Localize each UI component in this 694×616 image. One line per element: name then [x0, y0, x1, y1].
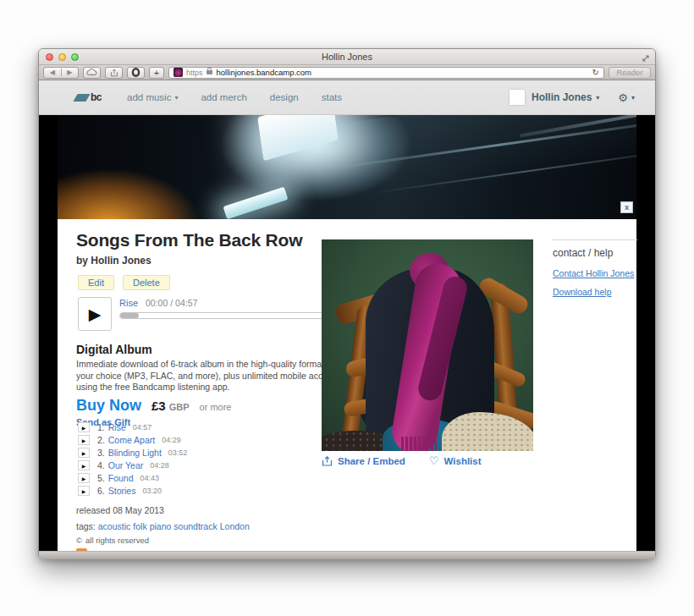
- user-name-label: Hollin Jones: [532, 91, 592, 103]
- bandcamp-logo-text: bc: [91, 91, 102, 103]
- minimize-window-button[interactable]: [58, 53, 66, 61]
- currency-label: GBP: [169, 402, 190, 412]
- contact-link[interactable]: Contact Hollin Jones: [553, 268, 637, 278]
- download-help-link[interactable]: Download help: [553, 287, 637, 297]
- nav-add-music[interactable]: add music ▾: [127, 92, 178, 102]
- close-window-button[interactable]: [46, 53, 53, 61]
- zoom-window-button[interactable]: [71, 53, 79, 61]
- tag-link[interactable]: folk: [133, 521, 146, 531]
- delete-button[interactable]: Delete: [123, 275, 170, 290]
- banner-close-button[interactable]: x: [620, 201, 633, 213]
- title-bar[interactable]: Hollin Jones: [39, 49, 655, 65]
- edit-button[interactable]: Edit: [78, 275, 114, 290]
- digital-album-description: Immediate download of 6-track album in t…: [76, 359, 344, 393]
- forward-button[interactable]: ▶: [62, 69, 79, 76]
- wishlist-link[interactable]: ♡ Wishlist: [429, 454, 482, 467]
- nav-add-merch[interactable]: add merch: [201, 92, 246, 102]
- digital-album-heading: Digital Album: [76, 343, 152, 356]
- share-icon: [322, 456, 333, 466]
- icloud-tabs-button[interactable]: [83, 67, 101, 79]
- track-title-link[interactable]: Rise: [108, 422, 126, 432]
- chevron-down-icon: ▾: [174, 94, 178, 102]
- chevron-down-icon: ▾: [631, 94, 635, 102]
- audio-player: ▶ Rise 00:00 / 04:57 ▶▶: [78, 297, 361, 333]
- url-text: hollinjones.bandcamp.com: [217, 68, 311, 77]
- playback-time: 00:00 / 04:57: [146, 298, 197, 308]
- track-row: ▶ 4. Our Year 04:28: [78, 460, 187, 470]
- cloud-icon: [87, 69, 96, 74]
- new-tab-button[interactable]: +: [149, 67, 164, 79]
- address-bar[interactable]: https hollinjones.bandcamp.com ↻: [168, 67, 604, 79]
- track-title-link[interactable]: Found: [108, 473, 134, 483]
- track-duration: 03:20: [142, 487, 162, 495]
- track-duration: 03:52: [168, 448, 188, 457]
- current-track-link[interactable]: Rise: [119, 298, 138, 308]
- traffic-lights: [46, 53, 79, 61]
- user-avatar[interactable]: [509, 90, 525, 105]
- top-sites-button[interactable]: [127, 67, 145, 79]
- album-artwork[interactable]: [322, 239, 533, 451]
- track-number: 3.: [97, 448, 105, 458]
- track-title-link[interactable]: Stories: [108, 486, 136, 496]
- share-icon: [113, 69, 115, 74]
- track-title-link[interactable]: Blinding Light: [108, 448, 162, 458]
- track-duration: 04:29: [162, 436, 181, 444]
- share-embed-link[interactable]: Share / Embed: [322, 456, 405, 466]
- history-nav: ◀ ▶: [43, 67, 79, 79]
- settings-menu[interactable]: ⚙ ▾: [618, 91, 635, 104]
- price-label: £3: [151, 399, 166, 413]
- back-button[interactable]: ◀: [44, 69, 62, 76]
- track-number: 2.: [97, 435, 105, 445]
- reader-button[interactable]: Reader: [609, 67, 651, 79]
- bandcamp-navbar: bc add music ▾ add merch design stats Ho…: [39, 80, 655, 115]
- tag-link[interactable]: acoustic: [98, 521, 131, 531]
- navbar-right: Hollin Jones ▾ ⚙ ▾: [509, 90, 635, 105]
- album-byline: by Hollin Jones: [76, 255, 151, 267]
- copyright-icon: ©: [76, 536, 82, 545]
- progress-handle[interactable]: [120, 313, 139, 318]
- track-title-link[interactable]: Our Year: [108, 460, 143, 470]
- tag-link[interactable]: London: [220, 521, 250, 531]
- track-play-button[interactable]: ▶: [78, 486, 90, 496]
- window-title: Hollin Jones: [322, 52, 372, 62]
- lock-icon: [207, 70, 212, 74]
- nav-design[interactable]: design: [270, 92, 299, 102]
- track-row: ▶ 5. Found 04:43: [78, 473, 187, 483]
- track-play-button[interactable]: ▶: [78, 435, 90, 445]
- share-button[interactable]: [105, 67, 123, 79]
- refresh-button[interactable]: ↻: [592, 68, 599, 77]
- orange-glow: [58, 147, 235, 219]
- nav-stats[interactable]: stats: [322, 92, 342, 102]
- track-play-button[interactable]: ▶: [78, 422, 90, 432]
- rights-label: all rights reserved: [85, 536, 149, 545]
- browser-window: Hollin Jones ◀ ▶ + https hollinjones.ban…: [38, 48, 656, 558]
- artwork-scarf-fringe: [401, 437, 437, 451]
- track-row: ▶ 2. Come Apart 04:29: [78, 435, 187, 445]
- track-number: 6.: [97, 486, 105, 496]
- track-play-button[interactable]: ▶: [78, 460, 90, 470]
- track-play-button[interactable]: ▶: [78, 448, 90, 458]
- user-menu[interactable]: Hollin Jones ▾: [532, 91, 599, 103]
- track-title-link[interactable]: Come Apart: [108, 435, 155, 445]
- tag-link[interactable]: soundtrack: [174, 521, 217, 531]
- bandcamp-logo[interactable]: bc: [75, 91, 102, 103]
- play-button[interactable]: ▶: [78, 297, 112, 331]
- top-sites-icon: [133, 69, 139, 75]
- track-number: 5.: [97, 473, 105, 483]
- fullscreen-icon[interactable]: [641, 52, 651, 62]
- release-date: released 08 May 2013: [76, 505, 164, 515]
- share-embed-label: Share / Embed: [338, 456, 405, 466]
- track-play-button[interactable]: ▶: [78, 473, 90, 483]
- tags-label: tags:: [76, 521, 96, 531]
- chevron-down-icon: ▾: [596, 94, 599, 102]
- nav-add-music-label: add music: [127, 92, 171, 102]
- album-page-content: Songs From The Back Row by Hollin Jones …: [58, 219, 636, 551]
- buy-now-link[interactable]: Buy Now: [76, 397, 141, 415]
- feeds-icon[interactable]: [76, 548, 87, 551]
- window-bottom-bar: [39, 551, 655, 559]
- tag-link[interactable]: piano: [150, 521, 172, 531]
- purchase-row: Buy Now £3 GBP or more: [76, 397, 231, 415]
- sidebar-heading: contact / help: [553, 247, 637, 259]
- tags-line: tags:acousticfolkpianosoundtrackLondon: [76, 521, 250, 531]
- nav-add-merch-label: add merch: [201, 92, 246, 102]
